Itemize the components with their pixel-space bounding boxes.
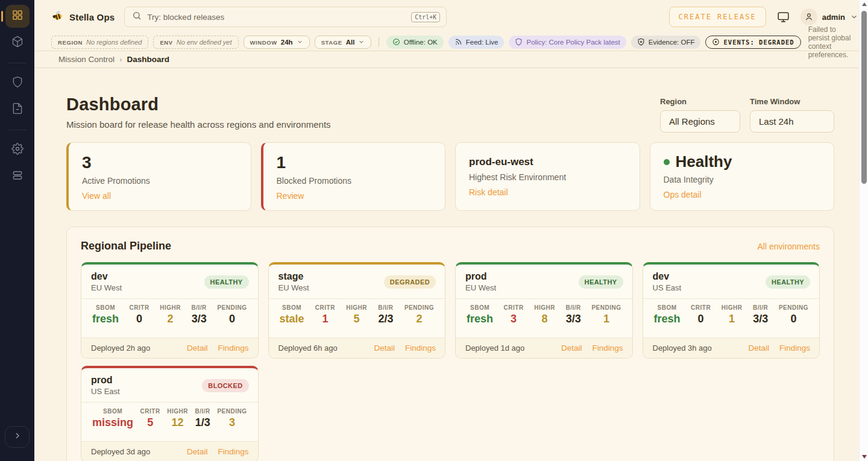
stats-row: SBOMmissingCRITR5HIGHR12B/I/R1/3PENDING3 — [81, 402, 258, 441]
stat-label: CRITR — [130, 304, 149, 311]
stat-highr: HIGHR5 — [346, 304, 367, 331]
stat-value: 3/3 — [753, 313, 768, 325]
environment-name: prod — [91, 375, 120, 386]
stat-label: SBOM — [92, 408, 133, 415]
shield-x-icon — [637, 38, 645, 47]
region-select[interactable]: All Regions — [660, 110, 740, 133]
summary-label: Highest Risk Environment — [469, 172, 626, 182]
sidebar-item-security[interactable] — [5, 72, 30, 95]
detail-link[interactable]: Detail — [187, 343, 208, 353]
stat-value: 1 — [315, 313, 335, 325]
pipeline-grid: dev EU West HEALTHY SBOMfreshCRITR0HIGHR… — [81, 262, 820, 461]
status-badge: HEALTHY — [579, 275, 623, 289]
summary-card-active-promotions: 3 Active Promotions View all — [66, 142, 251, 211]
events-status-pill[interactable]: EVENTS: DEGRADED — [705, 36, 800, 49]
detail-link[interactable]: Detail — [561, 343, 582, 353]
feed-status-pill[interactable]: Feed: Live — [448, 36, 505, 49]
stat-pending: PENDING3 — [217, 408, 247, 435]
stat-label: B/I/R — [566, 304, 581, 311]
scrollbar[interactable] — [859, 0, 868, 461]
sidebar-item-settings[interactable] — [5, 139, 30, 162]
stat-label: CRITR — [315, 304, 335, 311]
stat-label: HIGHR — [534, 304, 555, 311]
evidence-status-pill[interactable]: Evidence: OFF — [631, 36, 701, 49]
detail-link[interactable]: Detail — [187, 447, 208, 456]
stat-value: 3/3 — [566, 313, 581, 325]
stat-label: CRITR — [140, 408, 160, 415]
time-window-select[interactable]: Last 24h — [750, 110, 834, 133]
all-environments-link[interactable]: All environments — [758, 242, 820, 251]
stat-value: missing — [92, 416, 133, 429]
stat-value: 3 — [217, 416, 247, 429]
sidebar-expand-button[interactable] — [5, 426, 30, 448]
time-window-filter-label: Time Window — [750, 97, 834, 106]
review-link[interactable]: Review — [277, 191, 304, 201]
gear-icon — [11, 143, 24, 157]
findings-link[interactable]: Findings — [779, 343, 810, 353]
sidebar-item-releases[interactable] — [5, 31, 30, 54]
status-badge: BLOCKED — [202, 379, 248, 392]
stat-sbom: SBOMmissing — [92, 408, 133, 435]
stat-critr: CRITR0 — [130, 304, 149, 331]
summary-card-blocked-promotions: 1 Blocked Promotions Review — [261, 142, 446, 211]
status-badge: DEGRADED — [384, 275, 436, 289]
context-bar: REGION No regions defined ENV No env def… — [34, 34, 868, 51]
stats-row: SBOMstaleCRITR1HIGHR5B/I/R2/3PENDING2 — [269, 298, 445, 337]
summary-label: Blocked Promotions — [277, 176, 432, 186]
stat-highr: HIGHR12 — [167, 408, 188, 435]
scroll-up-arrow[interactable] — [862, 2, 867, 6]
pipeline-card: prod EU West HEALTHY SBOMfreshCRITR3HIGH… — [455, 262, 633, 359]
check-circle-icon — [392, 38, 400, 47]
environment-region: US East — [91, 387, 120, 396]
page-subtitle: Mission board for release health across … — [66, 119, 331, 130]
env-filter-pill[interactable]: ENV No env defined yet — [153, 36, 238, 49]
breadcrumb-parent[interactable]: Mission Control — [58, 55, 115, 64]
scrollbar-thumb[interactable] — [861, 11, 867, 184]
risk-detail-link[interactable]: Risk detail — [469, 187, 508, 197]
region-filter: Region All Regions — [660, 97, 740, 133]
search-input[interactable] — [147, 13, 406, 22]
stat-value: 1/3 — [195, 416, 210, 429]
sidebar-item-dashboard[interactable] — [5, 5, 30, 28]
user-menu[interactable]: admin — [800, 8, 858, 25]
pipeline-card: dev EU West HEALTHY SBOMfreshCRITR0HIGHR… — [81, 262, 259, 359]
findings-link[interactable]: Findings — [592, 343, 623, 353]
sidebar-item-infrastructure[interactable] — [5, 165, 30, 188]
brand: Stella Ops — [51, 9, 115, 25]
stat-sbom: SBOMfresh — [467, 304, 493, 331]
stat-critr: CRITR5 — [140, 408, 160, 435]
stat-pending: PENDING0 — [217, 304, 247, 331]
stat-critr: CRITR3 — [504, 304, 524, 331]
deployed-time: Deployed 1d ago — [465, 343, 524, 353]
stage-filter-pill[interactable]: STAGE All — [315, 36, 372, 49]
chevron-down-icon — [850, 13, 858, 21]
monitor-icon[interactable] — [777, 11, 790, 24]
search-bar[interactable]: Ctrl+K — [124, 7, 447, 27]
user-name: admin — [822, 13, 845, 22]
sidebar-item-documents[interactable] — [5, 98, 30, 121]
chevron-down-icon — [358, 39, 365, 46]
findings-link[interactable]: Findings — [405, 343, 436, 353]
policy-status-pill[interactable]: Policy: Core Policy Pack latest — [509, 36, 626, 49]
summary-card-highest-risk: prod-eu-west Highest Risk Environment Ri… — [455, 142, 640, 211]
stat-value: 2 — [404, 313, 434, 325]
findings-link[interactable]: Findings — [218, 447, 248, 456]
stat-label: B/I/R — [195, 408, 210, 415]
ops-detail-link[interactable]: Ops detail — [664, 190, 702, 199]
detail-link[interactable]: Detail — [374, 343, 395, 353]
view-all-link[interactable]: View all — [82, 191, 111, 201]
create-release-button[interactable]: CREATE RELEASE — [669, 7, 766, 27]
stats-row: SBOMfreshCRITR0HIGHR1B/I/R3/3PENDING0 — [643, 298, 820, 337]
offline-status-pill[interactable]: Offline: OK — [386, 36, 444, 49]
findings-link[interactable]: Findings — [218, 343, 248, 353]
window-filter-pill[interactable]: WINDOW 24h — [244, 36, 310, 49]
region-filter-pill[interactable]: REGION No regions defined — [51, 36, 148, 49]
scroll-down-arrow[interactable] — [862, 455, 867, 459]
stat-label: HIGHR — [160, 304, 181, 311]
detail-link[interactable]: Detail — [748, 343, 769, 353]
stat-bir: B/I/R3/3 — [566, 304, 581, 331]
dashboard-grid-icon — [11, 9, 24, 24]
stat-label: CRITR — [691, 304, 711, 311]
stat-label: B/I/R — [192, 304, 207, 311]
breadcrumb-current: Dashboard — [127, 55, 170, 64]
